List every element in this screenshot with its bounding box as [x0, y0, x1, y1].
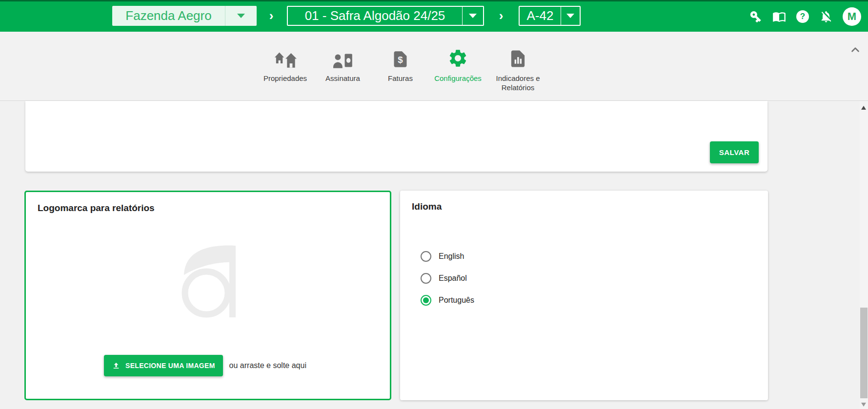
- tab-indicadores-relatorios[interactable]: Indicadores e Relatórios: [487, 32, 549, 100]
- scroll-up-arrow-icon[interactable]: [861, 106, 866, 110]
- houses-icon: [274, 45, 297, 69]
- invoice-icon: $: [391, 45, 410, 69]
- radio-label: Español: [439, 274, 467, 283]
- season-selector-label: 01 - Safra Algodão 24/25: [288, 7, 462, 25]
- aegro-logo-watermark: [178, 242, 239, 320]
- radio-espanol[interactable]: Español: [421, 273, 474, 284]
- radio-button-icon[interactable]: [421, 251, 431, 262]
- season-caret[interactable]: [463, 7, 483, 25]
- logo-upload-card[interactable]: Logomarca para relatórios SELECIONE UMA …: [24, 191, 391, 400]
- select-image-button-label: SELECIONE UMA IMAGEM: [125, 362, 215, 370]
- farm-caret[interactable]: [225, 6, 257, 26]
- tab-label: Configurações: [434, 74, 482, 83]
- breadcrumb-separator: ›: [496, 0, 506, 32]
- key-icon[interactable]: [749, 10, 763, 23]
- field-caret[interactable]: [561, 7, 580, 25]
- language-card-title: Idioma: [412, 201, 442, 212]
- help-icon[interactable]: ?: [796, 10, 809, 23]
- toolbar-tabs: Propriedades Assinatura $ Faturas: [0, 32, 837, 100]
- tab-label: Propriedades: [263, 74, 307, 83]
- notifications-off-icon[interactable]: [819, 10, 833, 23]
- radio-button-icon[interactable]: [421, 273, 431, 284]
- settings-form-card: SALVAR: [25, 101, 767, 172]
- tab-assinatura[interactable]: Assinatura: [314, 32, 372, 100]
- scrollbar-thumb[interactable]: [860, 308, 868, 398]
- caret-down-icon: [469, 14, 477, 18]
- vertical-scrollbar[interactable]: [860, 101, 868, 409]
- section-toolbar: Propriedades Assinatura $ Faturas: [0, 32, 868, 101]
- language-radio-group: English Español Português: [421, 251, 474, 306]
- field-selector[interactable]: A-42: [519, 6, 581, 26]
- tab-label: Faturas: [388, 74, 413, 83]
- language-card: Idioma English Español Português: [400, 191, 768, 400]
- avatar[interactable]: M: [843, 7, 861, 26]
- radio-button-selected-icon[interactable]: [421, 295, 431, 306]
- farm-selector[interactable]: Fazenda Aegro: [112, 6, 257, 26]
- caret-down-icon: [566, 14, 574, 18]
- tab-label: Indicadores e Relatórios: [489, 74, 547, 92]
- tab-faturas[interactable]: $ Faturas: [372, 32, 429, 100]
- radio-english[interactable]: English: [421, 251, 474, 262]
- chevron-up-icon: [849, 43, 862, 56]
- report-document-icon: [508, 45, 528, 69]
- breadcrumb-separator: ›: [266, 0, 276, 32]
- caret-down-icon: [237, 14, 245, 18]
- radio-label: Português: [439, 296, 474, 305]
- upload-row: SELECIONE UMA IMAGEM ou arraste e solte …: [104, 355, 306, 376]
- app-header: Fazenda Aegro › 01 - Safra Algodão 24/25…: [0, 0, 868, 32]
- svg-text:$: $: [398, 55, 403, 65]
- appbar-actions: ? M: [749, 1, 861, 32]
- save-button[interactable]: SALVAR: [710, 141, 759, 163]
- radio-portugues[interactable]: Português: [421, 294, 474, 306]
- guide-book-icon[interactable]: [772, 10, 786, 23]
- field-selector-label: A-42: [520, 7, 561, 25]
- logo-card-title: Logomarca para relatórios: [38, 203, 155, 214]
- tab-label: Assinatura: [325, 74, 360, 83]
- tab-propriedades[interactable]: Propriedades: [257, 32, 314, 100]
- farm-selector-label: Fazenda Aegro: [112, 6, 225, 26]
- subscription-icon: [333, 45, 353, 69]
- help-glyph: ?: [796, 10, 809, 23]
- upload-icon: [112, 361, 121, 370]
- select-image-button[interactable]: SELECIONE UMA IMAGEM: [104, 355, 223, 376]
- season-selector[interactable]: 01 - Safra Algodão 24/25: [287, 6, 484, 26]
- tab-configuracoes[interactable]: Configurações: [429, 32, 487, 100]
- collapse-toolbar-button[interactable]: [848, 43, 862, 57]
- drag-drop-hint: ou arraste e solte aqui: [229, 361, 306, 370]
- scroll-down-arrow-icon[interactable]: [861, 403, 866, 407]
- gear-icon: [447, 45, 468, 69]
- radio-label: English: [439, 252, 464, 261]
